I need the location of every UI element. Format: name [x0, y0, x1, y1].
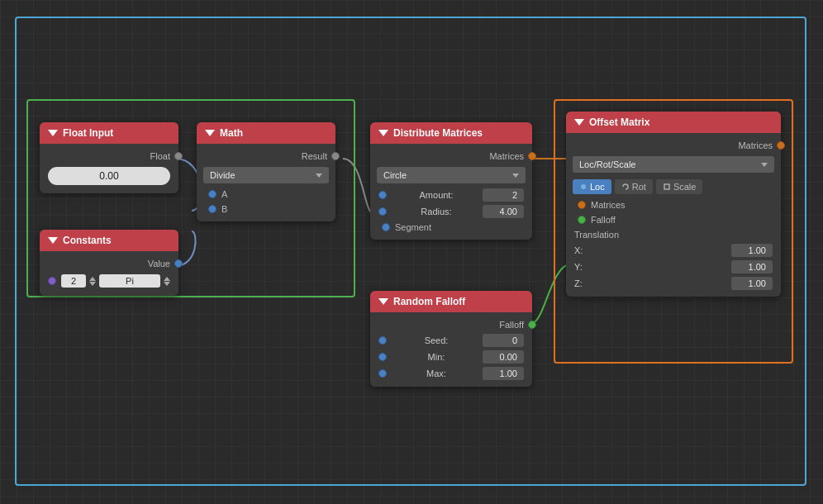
distribute-dropdown-arrow [512, 174, 519, 178]
distribute-radius-value[interactable]: 4.00 [483, 205, 524, 218]
distribute-radius-label: Radius: [421, 207, 451, 216]
float-output-row: Float [40, 149, 178, 164]
min-socket[interactable] [378, 353, 387, 361]
offset-output-label: Matrices [738, 140, 773, 150]
distribute-output-label: Matrices [489, 151, 524, 161]
math-a-socket[interactable] [208, 190, 216, 198]
min-value[interactable]: 0.00 [483, 350, 524, 364]
constants-stepper-row: 2 Pi [48, 274, 170, 288]
loc-icon [579, 183, 588, 191]
distribute-radius-socket[interactable] [378, 207, 387, 216]
offset-dropdown[interactable]: Loc/Rot/Scale [573, 156, 774, 173]
math-header: Math [197, 122, 335, 144]
distribute-segment-socket[interactable] [382, 223, 390, 231]
distribute-node: Distribute Matrices Matrices Circle Amou… [370, 122, 532, 240]
distribute-header: Distribute Matrices [370, 122, 532, 144]
distribute-output-row: Matrices [370, 149, 532, 164]
offset-matrices-input-socket[interactable] [578, 201, 586, 209]
collapse-icon-5[interactable] [378, 298, 388, 305]
stepper-up[interactable] [89, 277, 96, 281]
offset-x-label: X: [574, 245, 583, 255]
offset-translation-header: Translation [566, 227, 781, 242]
random-falloff-title: Random Falloff [393, 296, 465, 307]
distribute-body: Matrices Circle Amount: 2 Radius: 4.00 S… [370, 144, 532, 240]
constants-body: Value 2 Pi [40, 251, 178, 296]
float-output-label: Float [150, 151, 170, 161]
distribute-amount-socket[interactable] [378, 191, 387, 199]
distribute-radius-row: Radius: 4.00 [370, 203, 532, 220]
offset-dropdown-arrow [761, 163, 768, 167]
seed-value[interactable]: 0 [483, 334, 524, 347]
scale-button[interactable]: Scale [656, 179, 703, 194]
svg-rect-1 [664, 184, 669, 189]
math-output-row: Result [197, 149, 335, 164]
offset-x-row: X: 1.00 [566, 242, 781, 259]
distribute-segment-label: Segment [395, 222, 431, 232]
constants-output-label: Value [148, 259, 170, 269]
offset-output-socket[interactable] [777, 141, 785, 150]
offset-y-value[interactable]: 1.00 [731, 260, 773, 273]
math-output-socket[interactable] [331, 152, 340, 160]
max-label: Max: [426, 368, 446, 378]
rot-button[interactable]: Rot [615, 179, 653, 194]
seed-label: Seed: [425, 335, 449, 345]
math-b-socket[interactable] [208, 205, 216, 213]
collapse-icon-6[interactable] [574, 119, 584, 126]
offset-z-value[interactable]: 1.00 [731, 277, 773, 290]
float-input-node: Float Input Float [40, 122, 178, 193]
distribute-output-socket[interactable] [528, 152, 536, 160]
collapse-icon[interactable] [48, 130, 58, 136]
random-falloff-header: Random Falloff [370, 291, 532, 312]
stepper-label-down[interactable] [164, 282, 170, 286]
math-b-label: B [221, 204, 227, 214]
offset-z-row: Z: 1.00 [566, 275, 781, 292]
max-value[interactable]: 1.00 [483, 367, 524, 380]
loc-rot-scale-row: Loc Rot Scale [566, 176, 781, 197]
offset-z-label: Z: [574, 278, 583, 288]
stepper-label-up[interactable] [164, 277, 170, 281]
collapse-icon-2[interactable] [48, 237, 58, 244]
math-dropdown-arrow [316, 174, 322, 178]
random-falloff-output-socket[interactable] [528, 321, 536, 329]
seed-socket[interactable] [378, 336, 387, 345]
distribute-amount-value[interactable]: 2 [483, 188, 524, 202]
offset-falloff-row: Falloff [566, 212, 781, 227]
rot-icon [621, 183, 630, 191]
math-a-row: A [197, 187, 335, 202]
distribute-amount-row: Amount: 2 [370, 187, 532, 203]
float-input-field[interactable] [48, 167, 170, 185]
random-falloff-node: Random Falloff Falloff Seed: 0 Min: 0.00… [370, 291, 532, 387]
math-node: Math Result Divide A B [197, 122, 335, 221]
collapse-icon-3[interactable] [205, 130, 215, 136]
math-dropdown[interactable]: Divide [203, 167, 329, 183]
random-min-row: Min: 0.00 [370, 349, 532, 365]
math-output-label: Result [302, 151, 327, 161]
max-socket[interactable] [378, 369, 387, 378]
stepper-value[interactable]: 2 [61, 274, 86, 288]
math-a-label: A [221, 189, 227, 199]
stepper-label: Pi [99, 274, 160, 288]
offset-dropdown-label: Loc/Rot/Scale [579, 159, 635, 169]
node-editor-canvas: Float Input Float Constants Value 2 [0, 0, 823, 504]
constants-title: Constants [63, 235, 112, 246]
rot-label: Rot [632, 182, 646, 192]
offset-x-value[interactable]: 1.00 [731, 244, 773, 257]
offset-y-row: Y: 1.00 [566, 259, 781, 275]
float-output-socket[interactable] [174, 152, 183, 160]
offset-output-row: Matrices [566, 138, 781, 153]
offset-matrices-row: Matrices [566, 197, 781, 212]
constants-left-socket[interactable] [48, 277, 56, 285]
collapse-icon-4[interactable] [378, 130, 388, 136]
offset-matrix-header: Offset Matrix [566, 112, 781, 133]
stepper-down[interactable] [89, 282, 96, 286]
float-input-header: Float Input [40, 122, 178, 144]
offset-falloff-socket[interactable] [578, 216, 586, 224]
loc-button[interactable]: Loc [573, 179, 611, 194]
offset-matrices-label: Matrices [591, 200, 626, 210]
constants-header: Constants [40, 230, 178, 251]
constants-output-socket[interactable] [174, 259, 183, 268]
distribute-title: Distribute Matrices [393, 127, 483, 139]
float-input-value-row [40, 164, 178, 188]
distribute-dropdown[interactable]: Circle [377, 167, 526, 183]
offset-falloff-label: Falloff [591, 215, 616, 225]
